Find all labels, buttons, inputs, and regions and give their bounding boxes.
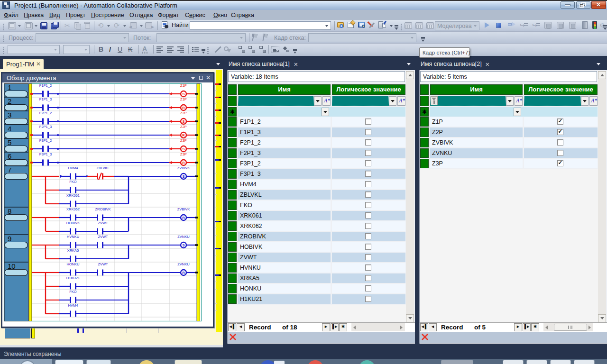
svg-text:6: 6 (8, 152, 11, 160)
svg-text:S: S (182, 147, 184, 151)
svg-text:FKO: FKO (69, 180, 77, 184)
svg-text:S: S (182, 174, 184, 179)
svg-text:Z3P: Z3P (180, 138, 187, 143)
svg-text:ZROBIVK: ZROBIVK (95, 207, 111, 211)
svg-text:XRKA5: XRKA5 (67, 248, 79, 253)
svg-text:F3P1_3: F3P1_3 (39, 152, 52, 156)
svg-text:ZVWT: ZVWT (98, 221, 108, 225)
svg-text:R: R (182, 161, 185, 165)
svg-text:HOBIVK: HOBIVK (66, 221, 80, 225)
svg-text:Z1P: Z1P (180, 97, 187, 101)
svg-text:3: 3 (8, 111, 11, 119)
svg-text:R: R (182, 133, 185, 137)
svg-text:7: 7 (8, 166, 11, 174)
svg-text:ZVNKU: ZVNKU (177, 262, 189, 266)
svg-text:4: 4 (8, 125, 11, 133)
svg-text:9: 9 (8, 235, 11, 243)
svg-text:R: R (182, 216, 185, 220)
svg-text:8: 8 (8, 207, 11, 215)
svg-text:H1KU21: H1KU21 (66, 276, 80, 280)
svg-text:ZVBIVK: ZVBIVK (177, 166, 190, 170)
svg-text:F1P1_3: F1P1_3 (39, 97, 52, 101)
svg-text:ZVNKU: ZVNKU (177, 235, 189, 239)
svg-text:S: S (182, 119, 184, 124)
svg-text:HVNKU: HVNKU (67, 235, 79, 239)
svg-text:R: R (182, 271, 185, 275)
svg-text:HVM4: HVM4 (68, 166, 78, 170)
svg-text:10: 10 (8, 262, 16, 270)
svg-text:Z2P: Z2P (180, 125, 187, 129)
svg-text:5: 5 (8, 138, 11, 146)
svg-text:F1P1_2: F1P1_2 (39, 83, 52, 88)
svg-text:HONKU: HONKU (66, 262, 79, 266)
svg-text:ZVBIVK: ZVBIVK (177, 207, 190, 211)
svg-text:HVM4: HVM4 (68, 303, 78, 308)
svg-text:S: S (182, 243, 184, 247)
svg-text:R: R (182, 106, 185, 110)
svg-text:F2P1_2: F2P1_2 (39, 111, 52, 115)
svg-text:ZBLVKL: ZBLVKL (96, 166, 109, 170)
svg-text:F2P1_3: F2P1_3 (39, 125, 52, 129)
svg-text:2: 2 (8, 97, 11, 105)
svg-text:1: 1 (8, 83, 11, 91)
svg-text:XRK061: XRK061 (66, 193, 80, 198)
svg-text:ZVWT: ZVWT (98, 235, 108, 239)
svg-text:Z3P: Z3P (180, 152, 187, 156)
svg-text:S: S (182, 92, 184, 96)
svg-text:XRK062: XRK062 (66, 207, 80, 211)
svg-text:Z2P: Z2P (180, 111, 187, 115)
svg-text:Z1P: Z1P (180, 83, 187, 88)
svg-text:FKO: FKO (69, 290, 77, 294)
svg-text:ZVWT: ZVWT (98, 262, 108, 266)
svg-text:F3P1_2: F3P1_2 (39, 138, 52, 143)
